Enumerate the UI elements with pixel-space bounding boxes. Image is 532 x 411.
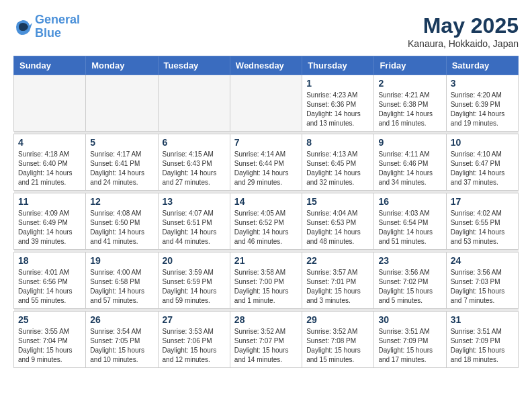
day-number: 26 [90, 314, 153, 325]
calendar-week-1: 1Sunrise: 4:23 AMSunset: 6:36 PMDaylight… [14, 75, 519, 132]
col-header-monday: Monday [86, 56, 158, 75]
day-info: Sunrise: 3:56 AMSunset: 7:03 PMDaylight:… [451, 268, 514, 306]
calendar-cell [158, 75, 230, 132]
logo-text: General Blue [35, 13, 80, 40]
day-info: Sunrise: 4:15 AMSunset: 6:43 PMDaylight:… [163, 150, 226, 187]
calendar-cell: 25Sunrise: 3:55 AMSunset: 7:04 PMDayligh… [14, 312, 86, 368]
day-info: Sunrise: 3:55 AMSunset: 7:04 PMDaylight:… [18, 327, 81, 365]
day-number: 31 [451, 314, 514, 325]
day-info: Sunrise: 4:23 AMSunset: 6:36 PMDaylight:… [306, 91, 369, 128]
day-number: 25 [18, 314, 81, 325]
col-header-thursday: Thursday [302, 56, 374, 75]
calendar-cell: 6Sunrise: 4:15 AMSunset: 6:43 PMDaylight… [158, 134, 230, 191]
day-number: 17 [451, 196, 514, 207]
day-number: 3 [451, 78, 514, 89]
day-info: Sunrise: 3:51 AMSunset: 7:09 PMDaylight:… [451, 327, 514, 365]
day-number: 10 [451, 137, 514, 148]
day-number: 22 [306, 255, 369, 266]
day-number: 20 [163, 255, 226, 266]
calendar-cell: 29Sunrise: 3:52 AMSunset: 7:08 PMDayligh… [302, 312, 374, 368]
calendar-cell: 22Sunrise: 3:57 AMSunset: 7:01 PMDayligh… [302, 253, 374, 309]
calendar-cell: 24Sunrise: 3:56 AMSunset: 7:03 PMDayligh… [446, 253, 518, 309]
day-number: 30 [378, 314, 441, 325]
day-number: 6 [163, 137, 226, 148]
day-info: Sunrise: 4:21 AMSunset: 6:38 PMDaylight:… [378, 91, 441, 128]
day-info: Sunrise: 3:56 AMSunset: 7:02 PMDaylight:… [378, 268, 441, 306]
calendar-header-row: SundayMondayTuesdayWednesdayThursdayFrid… [14, 56, 519, 75]
day-info: Sunrise: 4:14 AMSunset: 6:44 PMDaylight:… [234, 150, 298, 187]
day-number: 28 [234, 314, 298, 325]
calendar-cell: 16Sunrise: 4:03 AMSunset: 6:54 PMDayligh… [374, 193, 446, 250]
day-number: 1 [306, 78, 369, 89]
calendar-cell: 13Sunrise: 4:07 AMSunset: 6:51 PMDayligh… [158, 193, 230, 250]
calendar-table: SundayMondayTuesdayWednesdayThursdayFrid… [13, 56, 519, 368]
day-info: Sunrise: 4:17 AMSunset: 6:41 PMDaylight:… [90, 150, 153, 187]
location-subtitle: Kanaura, Hokkaido, Japan [408, 38, 519, 49]
day-info: Sunrise: 3:58 AMSunset: 7:00 PMDaylight:… [234, 268, 298, 306]
calendar-cell: 19Sunrise: 4:00 AMSunset: 6:58 PMDayligh… [86, 253, 158, 309]
day-info: Sunrise: 3:52 AMSunset: 7:08 PMDaylight:… [306, 327, 369, 365]
logo: General Blue [13, 13, 80, 40]
day-number: 12 [90, 196, 153, 207]
day-number: 4 [18, 137, 81, 148]
calendar-cell: 15Sunrise: 4:04 AMSunset: 6:53 PMDayligh… [302, 193, 374, 250]
col-header-saturday: Saturday [446, 56, 518, 75]
day-info: Sunrise: 4:01 AMSunset: 6:56 PMDaylight:… [18, 268, 81, 306]
day-info: Sunrise: 4:05 AMSunset: 6:52 PMDaylight:… [234, 209, 298, 246]
day-info: Sunrise: 3:53 AMSunset: 7:06 PMDaylight:… [163, 327, 226, 365]
day-info: Sunrise: 4:13 AMSunset: 6:45 PMDaylight:… [306, 150, 369, 187]
day-info: Sunrise: 4:11 AMSunset: 6:46 PMDaylight:… [378, 150, 441, 187]
day-info: Sunrise: 4:00 AMSunset: 6:58 PMDaylight:… [90, 268, 153, 306]
col-header-tuesday: Tuesday [158, 56, 230, 75]
day-number: 2 [378, 78, 441, 89]
day-number: 8 [306, 137, 369, 148]
calendar-cell: 11Sunrise: 4:09 AMSunset: 6:49 PMDayligh… [14, 193, 86, 250]
calendar-cell: 1Sunrise: 4:23 AMSunset: 6:36 PMDaylight… [302, 75, 374, 132]
page-header: General Blue May 2025 Kanaura, Hokkaido,… [13, 13, 519, 49]
calendar-week-4: 18Sunrise: 4:01 AMSunset: 6:56 PMDayligh… [14, 253, 519, 309]
day-number: 11 [18, 196, 81, 207]
calendar-cell: 10Sunrise: 4:10 AMSunset: 6:47 PMDayligh… [446, 134, 518, 191]
day-number: 5 [90, 137, 153, 148]
calendar-cell: 2Sunrise: 4:21 AMSunset: 6:38 PMDaylight… [374, 75, 446, 132]
col-header-wednesday: Wednesday [230, 56, 302, 75]
calendar-week-5: 25Sunrise: 3:55 AMSunset: 7:04 PMDayligh… [14, 312, 519, 368]
col-header-sunday: Sunday [14, 56, 86, 75]
day-info: Sunrise: 3:59 AMSunset: 6:59 PMDaylight:… [163, 268, 226, 306]
day-number: 14 [234, 196, 298, 207]
day-number: 9 [378, 137, 441, 148]
calendar-cell: 8Sunrise: 4:13 AMSunset: 6:45 PMDaylight… [302, 134, 374, 191]
calendar-cell: 28Sunrise: 3:52 AMSunset: 7:07 PMDayligh… [230, 312, 302, 368]
calendar-cell: 9Sunrise: 4:11 AMSunset: 6:46 PMDaylight… [374, 134, 446, 191]
calendar-cell: 4Sunrise: 4:18 AMSunset: 6:40 PMDaylight… [14, 134, 86, 191]
day-number: 16 [378, 196, 441, 207]
calendar-cell: 26Sunrise: 3:54 AMSunset: 7:05 PMDayligh… [86, 312, 158, 368]
day-number: 27 [163, 314, 226, 325]
day-number: 18 [18, 255, 81, 266]
calendar-cell: 17Sunrise: 4:02 AMSunset: 6:55 PMDayligh… [446, 193, 518, 250]
day-number: 29 [306, 314, 369, 325]
day-info: Sunrise: 4:10 AMSunset: 6:47 PMDaylight:… [451, 150, 514, 187]
calendar-cell: 23Sunrise: 3:56 AMSunset: 7:02 PMDayligh… [374, 253, 446, 309]
calendar-cell: 27Sunrise: 3:53 AMSunset: 7:06 PMDayligh… [158, 312, 230, 368]
day-info: Sunrise: 4:07 AMSunset: 6:51 PMDaylight:… [163, 209, 226, 246]
calendar-cell: 3Sunrise: 4:20 AMSunset: 6:39 PMDaylight… [446, 75, 518, 132]
day-info: Sunrise: 3:54 AMSunset: 7:05 PMDaylight:… [90, 327, 153, 365]
day-number: 13 [163, 196, 226, 207]
calendar-cell [86, 75, 158, 132]
day-number: 23 [378, 255, 441, 266]
day-info: Sunrise: 3:52 AMSunset: 7:07 PMDaylight:… [234, 327, 298, 365]
calendar-cell: 18Sunrise: 4:01 AMSunset: 6:56 PMDayligh… [14, 253, 86, 309]
calendar-cell: 14Sunrise: 4:05 AMSunset: 6:52 PMDayligh… [230, 193, 302, 250]
logo-icon [13, 17, 32, 36]
day-info: Sunrise: 4:09 AMSunset: 6:49 PMDaylight:… [18, 209, 81, 246]
day-info: Sunrise: 4:02 AMSunset: 6:55 PMDaylight:… [451, 209, 514, 246]
calendar-cell: 5Sunrise: 4:17 AMSunset: 6:41 PMDaylight… [86, 134, 158, 191]
day-number: 7 [234, 137, 298, 148]
day-info: Sunrise: 3:57 AMSunset: 7:01 PMDaylight:… [306, 268, 369, 306]
calendar-week-3: 11Sunrise: 4:09 AMSunset: 6:49 PMDayligh… [14, 193, 519, 250]
calendar-cell: 21Sunrise: 3:58 AMSunset: 7:00 PMDayligh… [230, 253, 302, 309]
day-info: Sunrise: 4:03 AMSunset: 6:54 PMDaylight:… [378, 209, 441, 246]
day-info: Sunrise: 3:51 AMSunset: 7:09 PMDaylight:… [378, 327, 441, 365]
calendar-cell: 12Sunrise: 4:08 AMSunset: 6:50 PMDayligh… [86, 193, 158, 250]
